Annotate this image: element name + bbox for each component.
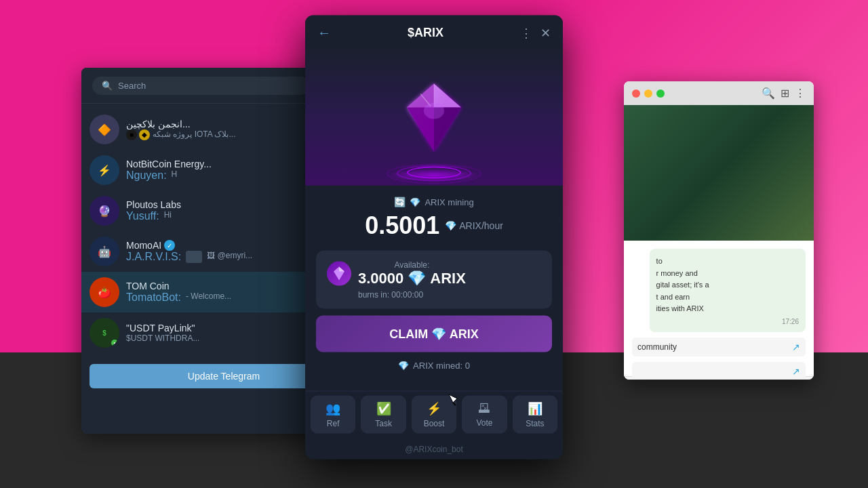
vote-label: Vote [476, 418, 492, 428]
nav-stats-button[interactable]: 📊 Stats [513, 396, 557, 434]
minimize-control[interactable] [644, 89, 652, 98]
browser-action-icons: 🔍 ⊞ ⋮ [762, 87, 806, 100]
browser-search-icon[interactable]: 🔍 [762, 87, 775, 100]
boost-label: Boost [424, 419, 445, 428]
diamond-glow [387, 169, 481, 182]
available-currency: ARIX [430, 270, 466, 287]
arix-back-button[interactable]: ← [317, 25, 331, 41]
momoai-verified: ✓ [164, 240, 175, 251]
vote-icon: 🗳 [478, 401, 490, 415]
bottom-navigation: 👥 Ref ✅ Task ⚡ Boost 🗳 Vote 📊 Stats [305, 391, 563, 439]
avatar-ploutos: 🔮 [90, 196, 119, 226]
mined-counter: 💎 ARIX mined: 0 [316, 361, 552, 371]
main-wrapper: 🔍 Search ✈ ● 🔶 انجمن بلاکچین... ■ ◆ [0, 0, 868, 488]
nav-vote-button[interactable]: 🗳 Vote [462, 396, 507, 434]
chat-content-anjoman: انجمن بلاکچین... ■ ◆ پروژه شبکه IOTA بلا… [126, 119, 318, 140]
preview-label-tomcoin: TomatoBot: [126, 291, 181, 304]
chat-name-usdt: "USDT PayLink" [126, 323, 335, 333]
arix-close-button[interactable]: ✕ [540, 25, 551, 40]
available-amount-display: 3.0000 💎 ARIX [358, 270, 466, 287]
preview-text-ploutos: Hi [164, 210, 172, 222]
chat-preview-usdt: $USDT WITHDRA... [126, 333, 335, 343]
avatar-momoai: 🤖 [90, 237, 119, 266]
browser-link-area: community ↗ ↗ [632, 338, 806, 380]
svg-point-7 [424, 103, 444, 119]
preview-text-momoai: 🖼 @emyri... [207, 251, 252, 263]
browser-window: 🔍 ⊞ ⋮ tor money andgital asset; it's at … [624, 81, 814, 380]
svg-marker-9 [339, 267, 344, 272]
available-avatar-icon [327, 262, 351, 286]
chat-preview-notbitcoin: Nguyen: H [126, 169, 335, 182]
second-link[interactable]: ↗ [632, 362, 806, 380]
stats-icon: 📊 [528, 401, 542, 416]
nav-ref-button[interactable]: 👥 Ref [311, 396, 355, 434]
maximize-control[interactable] [656, 89, 665, 98]
arix-footer: @ARIXcoin_bot [305, 439, 563, 460]
coin-badge-2: ◆ [139, 129, 150, 140]
arix-menu-button[interactable]: ⋮ [520, 25, 532, 40]
rate-unit-text: ARIX/hour [459, 220, 503, 231]
preview-label-notbitcoin: Nguyen: [126, 169, 167, 182]
preview-img-momoai [186, 251, 202, 263]
browser-menu-icon[interactable]: ⋮ [795, 87, 806, 100]
close-control[interactable] [632, 89, 640, 98]
preview-text-notbitcoin: H [172, 169, 178, 182]
ref-icon: 👥 [326, 401, 340, 416]
chat-preview-anjoman: ■ ◆ پروژه شبکه IOTA بلاک... [126, 129, 318, 140]
claim-button[interactable]: CLAIM 💎 ARIX [316, 316, 552, 352]
chat-message: tor money andgital asset; it's at and ea… [650, 249, 806, 332]
telegram-search[interactable]: 🔍 Search [92, 77, 309, 95]
browser-chat-area: tor money andgital asset; it's at and ea… [624, 241, 814, 376]
avatar-tomcoin: 🍅 [90, 277, 119, 307]
arix-header: ← $ARIX ⋮ ✕ [305, 16, 563, 50]
available-value: 3.0000 [358, 270, 403, 287]
mining-rate-value: 0.5001 [365, 211, 439, 240]
preview-label-momoai: J.A.R.V.I.S: [126, 251, 181, 263]
avatar-anjoman: 🔶 [90, 115, 119, 144]
chat-name-anjoman: انجمن بلاکچین... [126, 119, 318, 129]
chat-name-notbitcoin: NotBitCoin Energy... [126, 159, 335, 169]
mined-label: ARIX mined: 0 [413, 361, 470, 371]
task-icon: ✅ [376, 401, 391, 416]
preview-label-ploutos: Yusuff: [126, 210, 159, 222]
browser-window-controls [632, 89, 665, 98]
coin-badge-1: ■ [126, 129, 137, 140]
mining-label-text: ARIX mining [425, 197, 473, 207]
mining-diamond-icon: 💎 [410, 197, 420, 207]
arix-bot-label: @ARIXcoin_bot [405, 445, 463, 454]
burns-timer: burns in: 00:00:00 [327, 290, 541, 300]
available-card: Available: 3.0000 💎 ARIX burns in: 00:00… [316, 251, 552, 309]
chat-content-usdt: "USDT PayLink" $USDT WITHDRA... [126, 323, 335, 343]
mining-rate-unit: 💎 ARIX/hour [445, 220, 503, 231]
preview-text-tomcoin: - Welcome... [186, 291, 231, 304]
arix-hero-section [305, 50, 563, 186]
mined-diamond-icon: 💎 [398, 361, 409, 371]
browser-content-area [624, 105, 814, 241]
task-label: Task [375, 419, 392, 428]
diamond-container [380, 64, 488, 172]
available-label-text: Available: [358, 260, 466, 270]
avatar-usdt: $ ● [90, 318, 119, 348]
ref-label: Ref [327, 419, 340, 428]
preview-text-usdt: $USDT WITHDRA... [126, 333, 199, 343]
arix-header-actions: ⋮ ✕ [520, 25, 551, 40]
available-header: Available: 3.0000 💎 ARIX [327, 260, 541, 287]
stats-label: Stats [526, 419, 544, 428]
arix-mining-section: 🔄 💎 ARIX mining 0.5001 💎 ARIX/hour [305, 186, 563, 391]
available-diamond-icon: 💎 [408, 270, 426, 287]
available-info: Available: 3.0000 💎 ARIX [358, 260, 466, 287]
rate-diamond-icon: 💎 [445, 220, 456, 231]
second-arrow-icon: ↗ [792, 366, 800, 377]
community-arrow-icon: ↗ [792, 342, 800, 352]
browser-tab-icon[interactable]: ⊞ [781, 87, 789, 100]
search-placeholder: Search [118, 81, 146, 91]
avatar-diamond-svg [331, 266, 347, 282]
refresh-icon: 🔄 [394, 197, 406, 207]
arix-window: ← $ARIX ⋮ ✕ [305, 16, 563, 460]
nav-boost-button[interactable]: ⚡ Boost [412, 396, 456, 434]
chat-content-notbitcoin: NotBitCoin Energy... Nguyen: H [126, 159, 335, 182]
chat-timestamp: 17:26 [656, 318, 799, 325]
nav-task-button[interactable]: ✅ Task [361, 396, 406, 434]
community-link[interactable]: community ↗ [632, 338, 806, 357]
boost-icon: ⚡ [427, 401, 441, 416]
